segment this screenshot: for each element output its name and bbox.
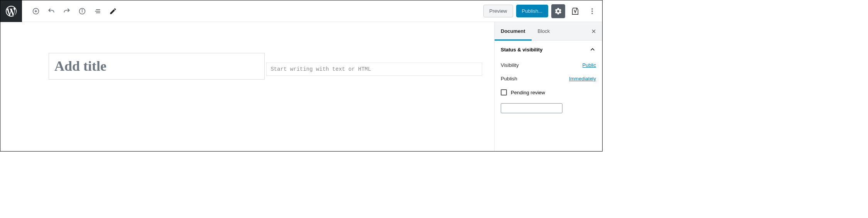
panel-status-visibility-header[interactable]: Status & visibility bbox=[495, 41, 602, 58]
info-icon bbox=[78, 7, 86, 15]
outline-button[interactable] bbox=[91, 4, 105, 18]
chevron-up-icon bbox=[589, 46, 596, 53]
post-body-input[interactable] bbox=[266, 63, 482, 76]
main-area: Document Block Status & visibility Visib… bbox=[0, 22, 602, 151]
plus-circle-icon bbox=[32, 7, 40, 15]
redo-icon bbox=[63, 7, 71, 15]
panel-title: Status & visibility bbox=[501, 47, 542, 53]
wordpress-icon bbox=[6, 6, 17, 17]
close-sidebar-button[interactable] bbox=[585, 28, 602, 34]
dots-vertical-icon bbox=[588, 7, 596, 15]
gear-icon bbox=[554, 7, 562, 15]
visibility-value-link[interactable]: Public bbox=[583, 62, 596, 68]
author-select[interactable] bbox=[501, 103, 562, 113]
svg-point-10 bbox=[591, 10, 593, 12]
redo-button[interactable] bbox=[60, 4, 74, 18]
pending-review-label: Pending review bbox=[511, 90, 545, 95]
undo-icon bbox=[47, 7, 55, 15]
pending-review-checkbox[interactable] bbox=[501, 89, 507, 95]
toolbar-right-group: Preview Publish... bbox=[483, 4, 602, 18]
undo-button[interactable] bbox=[44, 4, 58, 18]
panel-status-visibility-body: Visibility Public Publish Immediately Pe… bbox=[495, 58, 602, 113]
publish-value-link[interactable]: Immediately bbox=[569, 76, 596, 82]
publish-button[interactable]: Publish... bbox=[516, 5, 548, 17]
publish-label: Publish bbox=[501, 76, 517, 82]
tab-document[interactable]: Document bbox=[495, 22, 532, 40]
edit-mode-button[interactable] bbox=[106, 4, 120, 18]
settings-button[interactable] bbox=[551, 4, 565, 18]
top-toolbar: Preview Publish... bbox=[0, 0, 602, 22]
tab-block[interactable]: Block bbox=[532, 22, 556, 40]
svg-point-5 bbox=[82, 10, 82, 10]
more-options-button[interactable] bbox=[585, 4, 599, 18]
wordpress-logo[interactable] bbox=[0, 0, 22, 22]
row-author bbox=[501, 99, 596, 113]
list-icon bbox=[94, 7, 101, 15]
row-pending-review[interactable]: Pending review bbox=[501, 85, 596, 99]
visibility-label: Visibility bbox=[501, 62, 519, 68]
pencil-icon bbox=[109, 7, 117, 15]
close-icon bbox=[591, 28, 597, 34]
preview-button[interactable]: Preview bbox=[483, 5, 513, 17]
row-publish: Publish Immediately bbox=[501, 72, 596, 85]
sidebar-tabs: Document Block bbox=[495, 22, 602, 41]
toolbar-left-group bbox=[29, 4, 120, 18]
info-button[interactable] bbox=[75, 4, 89, 18]
add-block-button[interactable] bbox=[29, 4, 43, 18]
row-visibility: Visibility Public bbox=[501, 58, 596, 72]
svg-point-9 bbox=[591, 8, 593, 9]
editor-canvas bbox=[0, 22, 494, 151]
yoast-icon bbox=[571, 7, 579, 15]
settings-sidebar: Document Block Status & visibility Visib… bbox=[494, 22, 602, 151]
svg-point-11 bbox=[591, 13, 593, 14]
post-title-input[interactable] bbox=[49, 53, 265, 80]
yoast-button[interactable] bbox=[568, 4, 582, 18]
